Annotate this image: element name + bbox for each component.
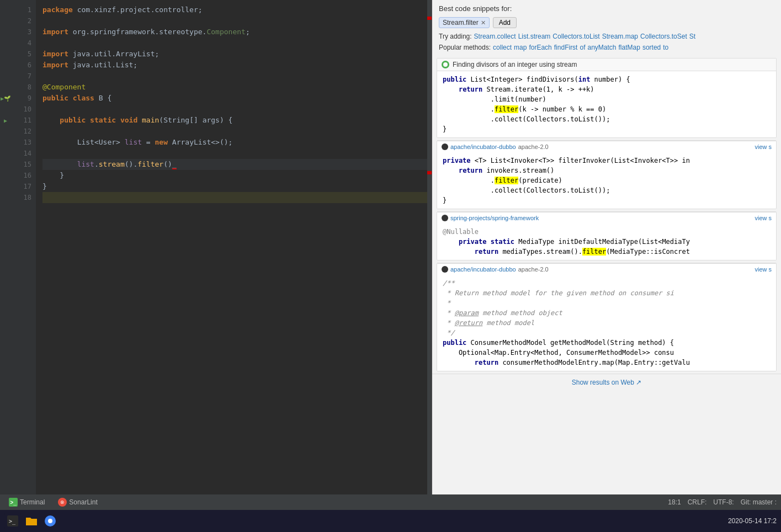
s-kw-return-3: return: [475, 248, 498, 256]
type-string: String: [163, 116, 189, 124]
line-num-4: 4: [11, 38, 31, 49]
snippet-line-3-3: return mediaTypes.stream().filter(MediaT…: [443, 247, 771, 257]
try-link-collectors-tolist[interactable]: Collectors.toList: [552, 33, 599, 40]
code-line-15[interactable]: list.stream().filter()_: [42, 159, 427, 170]
keyword-public-1: public: [42, 94, 68, 102]
s-kw-private-2: private: [443, 157, 471, 164]
s-plain-list: List<Integer>: [471, 76, 527, 83]
status-encoding: UTF-8:: [713, 498, 734, 506]
s-kw-public: public: [443, 76, 466, 83]
keyword-class: class: [73, 94, 94, 102]
annotation-component: @Component: [42, 83, 86, 91]
taskbar-icon-chrome[interactable]: [42, 513, 59, 529]
add-button[interactable]: Add: [493, 17, 517, 28]
search-bar: Stream.filter ✕ Add: [432, 15, 781, 31]
popular-methods-bar: Popular methods: collect map forEach fin…: [432, 42, 781, 56]
s-nullable: @Nullable: [443, 228, 479, 236]
repo-header-2: apache/incubator-dubbo apache-2.0 view s: [437, 141, 776, 152]
snippet-line-4-3: *: [443, 298, 771, 308]
try-link-st[interactable]: St: [689, 33, 695, 40]
snippet-card-4: apache/incubator-dubbo apache-2.0 view s…: [437, 263, 777, 371]
search-tag-text: Stream.filter: [443, 19, 479, 26]
snippet-icon-1: [442, 61, 449, 68]
snippet-line-4-4: * @param method method object: [443, 308, 771, 318]
try-link-list-stream[interactable]: List.stream: [518, 33, 551, 40]
repo-license-2: apache-2.0: [518, 143, 549, 150]
method-link-sorted[interactable]: sorted: [642, 44, 661, 51]
method-link-findfirst[interactable]: findFirst: [554, 44, 578, 51]
error-marker-2: [427, 171, 432, 174]
method-link-flatmap[interactable]: flatMap: [619, 44, 640, 51]
try-link-stream-collect[interactable]: Stream.collect: [474, 33, 516, 40]
snippet-card-2: apache/incubator-dubbo apache-2.0 view s…: [437, 140, 777, 209]
line-num-14: 14: [11, 148, 31, 159]
snippet-line-4-1: /**: [443, 278, 771, 288]
taskbar-icon-folder[interactable]: [23, 513, 40, 529]
search-tag[interactable]: Stream.filter ✕: [439, 17, 490, 28]
s-plain-stream-iterate: Stream.iterate(1, k -> ++k): [482, 86, 594, 93]
snippets-area[interactable]: Finding divisors of an integer using str…: [432, 56, 781, 494]
try-link-collectors-toset[interactable]: Collectors.toSet: [640, 33, 687, 40]
s-kw-return-4: return: [475, 359, 498, 366]
code-line-11: public static void main(String[] args) {: [42, 115, 427, 126]
view-link-4[interactable]: view s: [755, 266, 772, 273]
line-num-11: 11: [11, 115, 31, 126]
popular-label: Popular methods:: [439, 44, 491, 51]
code-line-17: }: [42, 181, 427, 192]
taskbar-icon-terminal[interactable]: >_: [4, 513, 21, 529]
gutter-line-11: ▶: [0, 115, 11, 126]
snippet-line-4-9: return consumerMethodModelEntry.map(Map.…: [443, 358, 771, 368]
chrome-icon: [44, 514, 57, 528]
gutter-line-17: [0, 181, 11, 192]
code-line-4: [42, 38, 427, 49]
code-line-5: import java.util.ArrayList;: [42, 49, 427, 60]
snippet-line-4-8: Optional<Map.Entry<Method, ConsumerMetho…: [443, 348, 771, 358]
code-line-13: List<User> list = new ArrayList<>();: [42, 137, 427, 148]
taskbar-datetime: 2020-05-14 17:2: [728, 517, 777, 525]
show-results-link[interactable]: Show results on Web ↗: [432, 374, 781, 391]
plain-dot-1: .: [94, 160, 99, 168]
plain-close-brace-2: }: [42, 182, 47, 190]
plain-1: com.xinzf.project.controller;: [77, 6, 203, 14]
snippet-code-4: /** * Return method model for the given …: [437, 275, 776, 371]
code-content-area[interactable]: package com.xinzf.project.controller; im…: [36, 0, 427, 494]
s-plain-params: (: [574, 76, 578, 83]
line-num-17: 17: [11, 181, 31, 192]
method-link-to[interactable]: to: [663, 44, 668, 51]
view-link-2[interactable]: view s: [755, 143, 772, 150]
line-num-13: 13: [11, 137, 31, 148]
snippet-line-3-1: @Nullable: [443, 227, 771, 237]
line-num-8: 8: [11, 82, 31, 93]
method-link-of[interactable]: of: [580, 44, 585, 51]
status-bar: >_ Terminal ⊗ SonarLint 18:1 CRLF: UTF-8…: [0, 494, 781, 510]
status-tab-terminal[interactable]: >_ Terminal: [4, 494, 49, 510]
snippet-line-4-7: public ConsumerMethodModel getMethodMode…: [443, 338, 771, 348]
s-comment-1: /**: [443, 279, 455, 287]
s-generic: <T> List<Invoker<T>> filterInvoker(List<…: [475, 157, 690, 164]
main-area: ▶ 🌱 ▶ 1 2 3 4 5: [0, 0, 781, 494]
try-link-stream-map[interactable]: Stream.map: [602, 33, 638, 40]
s-highlight-filter-2: filter: [495, 177, 518, 184]
terminal-taskbar-icon: >_: [7, 515, 18, 526]
gutter-area: ▶ 🌱 ▶: [0, 0, 11, 494]
view-link-3[interactable]: view s: [755, 215, 772, 221]
s-kw-public-4: public: [443, 339, 466, 347]
method-link-anymatch[interactable]: anyMatch: [587, 44, 616, 51]
line-numbers: 1 2 3 4 5 6 7 8 9 10 11 12 13 14 15 16 1…: [11, 0, 36, 494]
gutter-line-1: [0, 4, 11, 15]
snippet-line-1-2: return Stream.iterate(1, k -> ++k): [443, 84, 771, 94]
gutter-line-6: [0, 60, 11, 71]
run-icon-11[interactable]: ▶: [4, 118, 7, 124]
method-link-map[interactable]: map: [514, 44, 527, 51]
repo-name-3: spring-projects/spring-framework: [450, 215, 539, 221]
snippet-line-4-5: * @return method model: [443, 318, 771, 328]
search-tag-close[interactable]: ✕: [481, 19, 486, 26]
var-list-2: list: [77, 160, 94, 168]
sonar-icon: ⊗: [58, 498, 67, 507]
gutter-line-3: [0, 26, 11, 38]
method-stream: stream: [99, 160, 125, 168]
method-link-collect[interactable]: collect: [493, 44, 512, 51]
right-panel: Best code snippets for: Stream.filter ✕ …: [432, 0, 781, 494]
method-link-foreach[interactable]: forEach: [529, 44, 551, 51]
status-tab-sonar[interactable]: ⊗ SonarLint: [54, 494, 102, 510]
